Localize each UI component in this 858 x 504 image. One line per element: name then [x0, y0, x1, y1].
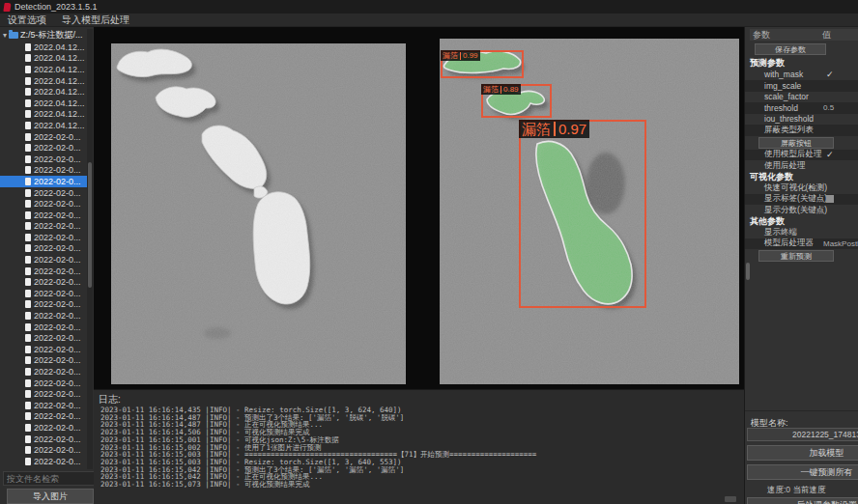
file-icon	[25, 234, 31, 241]
param-row[interactable]: threshold0.5	[745, 102, 858, 114]
detection-score: 0.97	[558, 120, 586, 138]
param-row[interactable]: 快速可视化(检测)	[745, 182, 858, 194]
file-icon	[25, 77, 31, 85]
file-icon	[25, 166, 31, 174]
tree-item[interactable]: 2022-02-0...	[0, 187, 87, 199]
menu-item-settings[interactable]: 设置选项	[8, 14, 46, 27]
param-row[interactable]: 显示终端	[745, 227, 858, 238]
column-header-value: 值	[822, 29, 831, 42]
tree-item[interactable]: 2022-02-0...	[0, 400, 87, 411]
import-images-button[interactable]: 导入图片	[7, 489, 94, 504]
tree-item[interactable]: 2022.04.12...	[0, 86, 87, 98]
search-input[interactable]	[3, 471, 94, 486]
param-row[interactable]: 显示标签(关键点)	[745, 194, 858, 206]
param-row[interactable]: 屏蔽类型列表	[745, 125, 858, 136]
load-model-button[interactable]: 加载模型	[747, 445, 858, 461]
tree-item[interactable]: 2022.04.12...	[0, 98, 87, 109]
tree-item[interactable]: 2022-02-0...	[0, 154, 87, 165]
column-header-parameter: 参数	[750, 29, 822, 42]
tree-item[interactable]: 2022-02-0...	[0, 332, 87, 344]
tree-item-selected[interactable]: 2022-02-0...	[0, 176, 87, 187]
param-row[interactable]: 使用模型后处理✓	[745, 150, 858, 161]
detection-label-3: 漏箔0.97	[519, 120, 589, 138]
file-icon	[25, 334, 31, 342]
tree-item[interactable]: 2022-02-0...	[0, 288, 87, 299]
file-icon	[25, 178, 31, 185]
raw-image-panel	[111, 43, 406, 384]
detection-class: 漏箔	[522, 120, 551, 138]
tree-scrollbar[interactable]	[87, 29, 93, 469]
tree-item[interactable]: 2022.04.12...	[0, 53, 87, 65]
tree-item[interactable]: 2022-02-0...	[0, 355, 87, 367]
param-row[interactable]: scale_factor	[745, 92, 858, 103]
param-section-header: 可视化参数	[745, 172, 858, 183]
tree-item[interactable]: 2022-02-0...	[0, 411, 87, 423]
shield-button[interactable]: 屏蔽按钮	[758, 137, 834, 149]
tree-item[interactable]: 2022-02-0...	[0, 456, 87, 467]
param-row[interactable]: 模型后处理器MaskPostPro	[745, 238, 858, 250]
tree-item[interactable]: 2022-02-0...	[0, 388, 87, 400]
tree-item[interactable]: 2022-02-0...	[0, 310, 87, 322]
param-value[interactable]: MaskPostPro	[823, 239, 858, 248]
tree-root-folder[interactable]: ▾ Z:/5-标注数据/...	[0, 29, 87, 42]
detection-label-1: 漏箔0.99	[441, 50, 480, 61]
tree-item[interactable]: 2022-02-0...	[0, 165, 87, 177]
file-icon	[25, 300, 31, 308]
tree-item[interactable]: 2022-02-0...	[0, 322, 87, 333]
model-name-field[interactable]: 20221225_174813	[747, 428, 858, 441]
predict-all-button[interactable]: 一键预测所有	[747, 464, 858, 480]
log-output[interactable]: 2023-01-11 16:16:14,435 |INFO| - Resize:…	[100, 406, 738, 498]
tree-item[interactable]: 2022-02-0...	[0, 221, 87, 233]
tree-item-label: 2022-02-0...	[34, 177, 81, 186]
tree-item-label: 2022-02-0...	[34, 289, 81, 298]
tree-item-label: 2022-02-0...	[34, 378, 81, 388]
save-params-button[interactable]: 保存参数	[755, 43, 826, 55]
tree-item-label: 2022-02-0...	[34, 311, 81, 321]
menu-item-import-postprocess[interactable]: 导入模型后处理	[62, 14, 129, 27]
tree-item[interactable]: 2022-02-0...	[0, 210, 87, 221]
checkmark-icon[interactable]: ✓	[826, 151, 834, 159]
param-label: with_mask	[764, 70, 803, 79]
checkmark-icon[interactable]: ✓	[826, 70, 834, 79]
tree-item[interactable]: 2022-02-0...	[0, 422, 87, 434]
tree-item-label: 2022-02-0...	[34, 299, 81, 309]
tree-item[interactable]: 2022.04.12...	[0, 75, 87, 87]
tree-item[interactable]: 2022-02-0...	[0, 444, 87, 456]
tree-item[interactable]: 2022.04.12...	[0, 64, 87, 75]
tree-item-label: 2022-02-0...	[34, 188, 81, 198]
param-row[interactable]: with_mask✓	[745, 70, 858, 81]
tree-item[interactable]: 2022-02-0...	[0, 434, 87, 445]
param-row[interactable]: iou_threshold	[745, 114, 858, 126]
file-icon	[25, 267, 31, 275]
tree-item-label: 2022-02-0...	[34, 345, 81, 354]
tree-item-label: 2022.04.12...	[34, 98, 85, 108]
tree-item-label: 2022-02-0...	[34, 266, 81, 276]
file-icon	[25, 66, 31, 73]
param-label: img_scale	[764, 81, 801, 91]
tree-item[interactable]: 2022.04.12...	[0, 109, 87, 121]
tree-item[interactable]: 2022-02-0...	[0, 232, 87, 243]
param-row[interactable]: img_scale	[745, 80, 858, 92]
postprocess-params-button[interactable]: 后处理参数设置	[747, 497, 858, 504]
tree-item[interactable]: 2022.04.12...	[0, 42, 87, 53]
param-value[interactable]: 0.5	[823, 103, 834, 112]
log-horizontal-scrollbar[interactable]	[725, 496, 736, 502]
tree-item[interactable]: 2022-02-0...	[0, 198, 87, 210]
tree-item[interactable]: 2022-02-0...	[0, 276, 87, 288]
tree-item[interactable]: 2022-02-0...	[0, 299, 87, 311]
tree-item[interactable]: 2022.04.12...	[0, 120, 87, 131]
tree-item-label: 2022.04.12...	[34, 76, 85, 86]
tree-item[interactable]: 2022-02-0...	[0, 344, 87, 355]
tree-item[interactable]: 2022-02-0...	[0, 378, 87, 389]
tree-expand-arrow-icon[interactable]: ▾	[3, 32, 7, 40]
repredict-button[interactable]: 重新预测	[758, 250, 834, 262]
parameter-scrollbar-thumb[interactable]	[746, 263, 750, 280]
tree-item[interactable]: 2022-02-0...	[0, 131, 87, 143]
tree-item[interactable]: 2022-02-0...	[0, 243, 87, 255]
tree-item[interactable]: 2022-02-0...	[0, 142, 87, 154]
tree-scrollbar-thumb[interactable]	[88, 162, 92, 288]
tree-item[interactable]: 2022-02-0...	[0, 254, 87, 266]
checkbox-unchecked[interactable]	[826, 195, 834, 203]
tree-item[interactable]: 2022-02-0...	[0, 366, 87, 378]
tree-item[interactable]: 2022-02-0...	[0, 266, 87, 277]
